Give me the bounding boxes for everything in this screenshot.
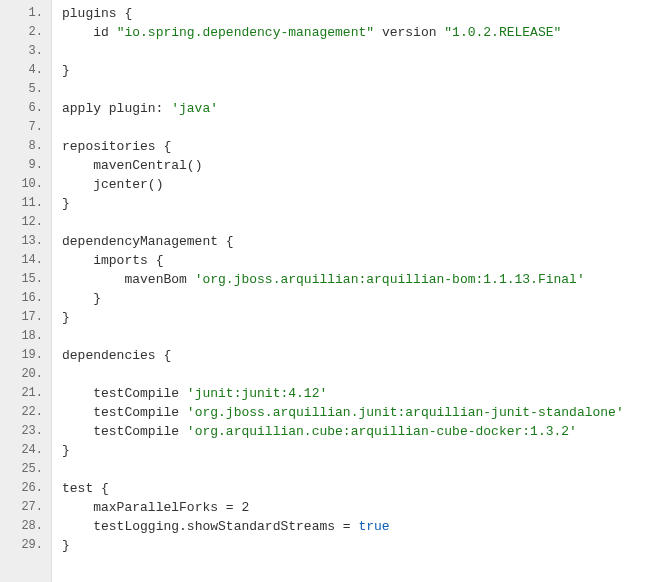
- code-token: testLogging.showStandardStreams =: [62, 519, 358, 534]
- code-token: testCompile: [62, 405, 187, 420]
- code-token: dependencies {: [62, 348, 171, 363]
- code-token: 'junit:junit:4.12': [187, 386, 327, 401]
- line-number: 20.: [4, 365, 43, 384]
- code-line: [62, 327, 645, 346]
- code-token: repositories {: [62, 139, 171, 154]
- code-token: maxParallelForks = 2: [62, 500, 249, 515]
- code-line: }: [62, 308, 645, 327]
- code-token: 'org.jboss.arquillian.junit:arquillian-j…: [187, 405, 624, 420]
- code-token: testCompile: [62, 386, 187, 401]
- code-line: testLogging.showStandardStreams = true: [62, 517, 645, 536]
- code-line: test {: [62, 479, 645, 498]
- line-number: 8.: [4, 137, 43, 156]
- code-line: dependencyManagement {: [62, 232, 645, 251]
- code-line: [62, 365, 645, 384]
- line-number: 9.: [4, 156, 43, 175]
- line-number: 19.: [4, 346, 43, 365]
- line-number: 17.: [4, 308, 43, 327]
- code-line: maxParallelForks = 2: [62, 498, 645, 517]
- code-token: jcenter(): [62, 177, 163, 192]
- line-number: 26.: [4, 479, 43, 498]
- code-token: id: [62, 25, 117, 40]
- line-number: 1.: [4, 4, 43, 23]
- code-line: [62, 80, 645, 99]
- code-line: }: [62, 536, 645, 555]
- code-line: [62, 118, 645, 137]
- code-token: mavenBom: [62, 272, 195, 287]
- line-number: 2.: [4, 23, 43, 42]
- line-number: 22.: [4, 403, 43, 422]
- line-number: 10.: [4, 175, 43, 194]
- code-token: true: [358, 519, 389, 534]
- line-number: 28.: [4, 517, 43, 536]
- code-line: repositories {: [62, 137, 645, 156]
- line-number: 7.: [4, 118, 43, 137]
- line-number: 24.: [4, 441, 43, 460]
- code-line: [62, 42, 645, 61]
- code-line: }: [62, 289, 645, 308]
- line-number: 13.: [4, 232, 43, 251]
- code-token: 'java': [171, 101, 218, 116]
- code-token: plugins {: [62, 6, 132, 21]
- code-token: }: [62, 291, 101, 306]
- line-number: 16.: [4, 289, 43, 308]
- code-token: mavenCentral(): [62, 158, 202, 173]
- line-number: 21.: [4, 384, 43, 403]
- code-line: testCompile 'junit:junit:4.12': [62, 384, 645, 403]
- line-number: 23.: [4, 422, 43, 441]
- line-number-gutter: 1.2.3.4.5.6.7.8.9.10.11.12.13.14.15.16.1…: [0, 0, 52, 582]
- line-number: 11.: [4, 194, 43, 213]
- line-number: 18.: [4, 327, 43, 346]
- code-token: apply plugin:: [62, 101, 171, 116]
- line-number: 4.: [4, 61, 43, 80]
- code-line: testCompile 'org.arquillian.cube:arquill…: [62, 422, 645, 441]
- code-line: [62, 213, 645, 232]
- code-line: plugins {: [62, 4, 645, 23]
- code-line: mavenCentral(): [62, 156, 645, 175]
- code-line: jcenter(): [62, 175, 645, 194]
- code-line: mavenBom 'org.jboss.arquillian:arquillia…: [62, 270, 645, 289]
- code-token: }: [62, 196, 70, 211]
- code-area[interactable]: plugins { id "io.spring.dependency-manag…: [52, 0, 645, 582]
- line-number: 6.: [4, 99, 43, 118]
- code-token: testCompile: [62, 424, 187, 439]
- line-number: 5.: [4, 80, 43, 99]
- code-token: }: [62, 538, 70, 553]
- code-token: imports {: [62, 253, 163, 268]
- line-number: 3.: [4, 42, 43, 61]
- line-number: 15.: [4, 270, 43, 289]
- code-token: "io.spring.dependency-management": [117, 25, 374, 40]
- code-line: }: [62, 194, 645, 213]
- code-token: }: [62, 443, 70, 458]
- code-token: 'org.arquillian.cube:arquillian-cube-doc…: [187, 424, 577, 439]
- code-token: "1.0.2.RELEASE": [444, 25, 561, 40]
- line-number: 27.: [4, 498, 43, 517]
- code-token: }: [62, 310, 70, 325]
- code-line: apply plugin: 'java': [62, 99, 645, 118]
- code-line: id "io.spring.dependency-management" ver…: [62, 23, 645, 42]
- code-token: }: [62, 63, 70, 78]
- code-token: dependencyManagement {: [62, 234, 234, 249]
- line-number: 25.: [4, 460, 43, 479]
- code-editor: 1.2.3.4.5.6.7.8.9.10.11.12.13.14.15.16.1…: [0, 0, 645, 582]
- code-line: }: [62, 441, 645, 460]
- line-number: 14.: [4, 251, 43, 270]
- code-line: }: [62, 61, 645, 80]
- code-line: imports {: [62, 251, 645, 270]
- line-number: 29.: [4, 536, 43, 555]
- code-token: 'org.jboss.arquillian:arquillian-bom:1.1…: [195, 272, 585, 287]
- code-line: [62, 460, 645, 479]
- line-number: 12.: [4, 213, 43, 232]
- code-token: test {: [62, 481, 109, 496]
- code-line: testCompile 'org.jboss.arquillian.junit:…: [62, 403, 645, 422]
- code-token: version: [374, 25, 444, 40]
- code-line: dependencies {: [62, 346, 645, 365]
